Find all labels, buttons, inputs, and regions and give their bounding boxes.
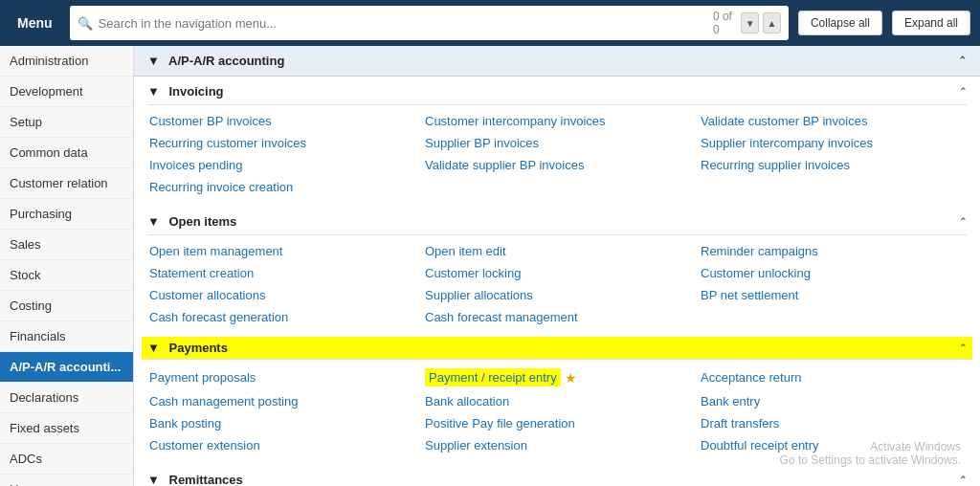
link-cash-forecast-generation[interactable]: Cash forecast generation	[147, 307, 415, 327]
search-icon: 🔍	[78, 16, 93, 31]
section-title: A/P-A/R accounting	[168, 54, 284, 68]
collapse-all-button[interactable]: Collapse all	[798, 11, 882, 35]
search-input[interactable]	[99, 16, 707, 31]
link-bank-posting[interactable]: Bank posting	[147, 413, 415, 433]
link-validate-supplier-bp-invoices[interactable]: Validate supplier BP invoices	[423, 155, 691, 175]
sidebar-item-development[interactable]: Development	[0, 77, 133, 107]
link-acceptance-return[interactable]: Acceptance return	[699, 365, 967, 389]
payments-title: Payments	[169, 341, 228, 355]
link-recurring-supplier-invoices[interactable]: Recurring supplier invoices	[699, 155, 967, 175]
sidebar-item-stock[interactable]: Stock	[0, 260, 133, 291]
sidebar-item-declarations[interactable]: Declarations	[0, 383, 133, 413]
payments-toggle[interactable]: ⌃	[959, 342, 967, 353]
section-toggle-btn[interactable]: ⌃	[958, 55, 967, 67]
main-section-header: ▼ A/P-A/R accounting ⌃	[134, 46, 980, 77]
watermark-line1: Activate Windows	[780, 440, 961, 453]
section-collapse-arrow[interactable]: ▼	[147, 54, 160, 68]
search-next-button[interactable]: ▲	[763, 12, 781, 33]
sidebar-item-administration[interactable]: Administration	[0, 46, 133, 77]
invoicing-title: Invoicing	[169, 84, 224, 99]
search-nav: 0 of 0 ▼ ▲	[713, 10, 781, 36]
subsection-remittances: ▼ Remittances ⌃ Automatic remittance cre…	[134, 465, 980, 486]
subsection-invoicing: ▼ Invoicing ⌃ Customer BP invoices Custo…	[134, 77, 980, 207]
open-items-title: Open items	[169, 214, 237, 229]
link-positive-pay-file-generation[interactable]: Positive Pay file generation	[423, 413, 691, 433]
link-customer-bp-invoices[interactable]: Customer BP invoices	[147, 111, 415, 131]
link-supplier-extension[interactable]: Supplier extension	[423, 435, 691, 455]
link-bank-entry[interactable]: Bank entry	[699, 391, 967, 411]
link-recurring-customer-invoices[interactable]: Recurring customer invoices	[147, 133, 415, 153]
sidebar-item-common-data[interactable]: Common data	[0, 138, 133, 168]
link-open-item-management[interactable]: Open item management	[147, 241, 415, 261]
search-prev-button[interactable]: ▼	[741, 12, 759, 33]
remittances-title: Remittances	[169, 473, 243, 486]
link-supplier-allocations[interactable]: Supplier allocations	[423, 285, 691, 305]
menu-label: Menu	[10, 11, 60, 34]
link-customer-intercompany-invoices[interactable]: Customer intercompany invoices	[423, 111, 691, 131]
link-bank-allocation[interactable]: Bank allocation	[423, 391, 691, 411]
sidebar-item-financials[interactable]: Financials	[0, 321, 133, 352]
sidebar-item-usage[interactable]: Usage	[0, 475, 133, 486]
subsection-header-open-items[interactable]: ▼ Open items ⌃	[147, 207, 967, 235]
link-cash-forecast-management[interactable]: Cash forecast management	[423, 307, 691, 327]
sidebar-item-sales[interactable]: Sales	[0, 230, 133, 260]
search-bar: 🔍 0 of 0 ▼ ▲	[70, 6, 789, 40]
content-area: ▼ A/P-A/R accounting ⌃ ▼ Invoicing ⌃ Cus…	[134, 46, 980, 486]
sidebar: Administration Development Setup Common …	[0, 46, 134, 486]
link-cash-management-posting[interactable]: Cash management posting	[147, 391, 415, 411]
link-payment-receipt-entry[interactable]: Payment / receipt entry ★	[423, 365, 691, 389]
link-bp-net-settlement[interactable]: BP net settlement	[699, 285, 967, 305]
windows-watermark: Activate Windows Go to Settings to activ…	[780, 440, 961, 467]
link-supplier-intercompany-invoices[interactable]: Supplier intercompany invoices	[699, 133, 967, 153]
link-open-item-edit[interactable]: Open item edit	[423, 241, 691, 261]
link-reminder-campaigns[interactable]: Reminder campaigns	[699, 241, 967, 261]
invoicing-arrow: ▼	[147, 84, 160, 99]
open-items-arrow: ▼	[147, 214, 160, 229]
search-counter: 0 of 0	[713, 10, 737, 36]
watermark-line2: Go to Settings to activate Windows.	[780, 453, 961, 467]
app-header: Menu 🔍 0 of 0 ▼ ▲ Collapse all Expand al…	[0, 0, 980, 46]
link-customer-extension[interactable]: Customer extension	[147, 435, 415, 455]
expand-all-button[interactable]: Expand all	[892, 11, 970, 35]
link-recurring-invoice-creation[interactable]: Recurring invoice creation	[147, 177, 415, 197]
link-customer-unlocking[interactable]: Customer unlocking	[699, 263, 967, 283]
link-payment-proposals[interactable]: Payment proposals	[147, 365, 415, 389]
subsection-header-invoicing[interactable]: ▼ Invoicing ⌃	[147, 77, 967, 105]
payments-arrow: ▼	[147, 341, 160, 355]
remittances-arrow: ▼	[147, 473, 160, 486]
invoicing-toggle[interactable]: ⌃	[959, 86, 967, 97]
highlighted-link-text: Payment / receipt entry	[425, 368, 561, 387]
link-validate-customer-bp-invoices[interactable]: Validate customer BP invoices	[699, 111, 967, 131]
sidebar-item-fixed-assets[interactable]: Fixed assets	[0, 413, 133, 444]
invoicing-links: Customer BP invoices Customer intercompa…	[147, 105, 967, 207]
link-customer-allocations[interactable]: Customer allocations	[147, 285, 415, 305]
sidebar-item-setup[interactable]: Setup	[0, 107, 133, 138]
subsection-open-items: ▼ Open items ⌃ Open item management Open…	[134, 207, 980, 337]
link-draft-transfers[interactable]: Draft transfers	[699, 413, 967, 433]
sidebar-item-costing[interactable]: Costing	[0, 291, 133, 321]
link-statement-creation[interactable]: Statement creation	[147, 263, 415, 283]
sidebar-item-adcs[interactable]: ADCs	[0, 444, 133, 475]
main-layout: Administration Development Setup Common …	[0, 46, 980, 486]
star-icon: ★	[565, 370, 577, 386]
open-items-links: Open item management Open item edit Remi…	[147, 235, 967, 337]
sidebar-item-customer-relation[interactable]: Customer relation	[0, 168, 133, 199]
sidebar-item-apar[interactable]: A/P-A/R accounti...	[0, 352, 133, 383]
link-invoices-pending[interactable]: Invoices pending	[147, 155, 415, 175]
link-supplier-bp-invoices[interactable]: Supplier BP invoices	[423, 133, 691, 153]
subsection-header-payments[interactable]: ▼ Payments ⌃	[142, 337, 972, 360]
link-customer-locking[interactable]: Customer locking	[423, 263, 691, 283]
open-items-toggle[interactable]: ⌃	[959, 216, 967, 227]
remittances-toggle[interactable]: ⌃	[959, 475, 967, 485]
sidebar-item-purchasing[interactable]: Purchasing	[0, 199, 133, 230]
subsection-header-remittances[interactable]: ▼ Remittances ⌃	[147, 465, 967, 486]
